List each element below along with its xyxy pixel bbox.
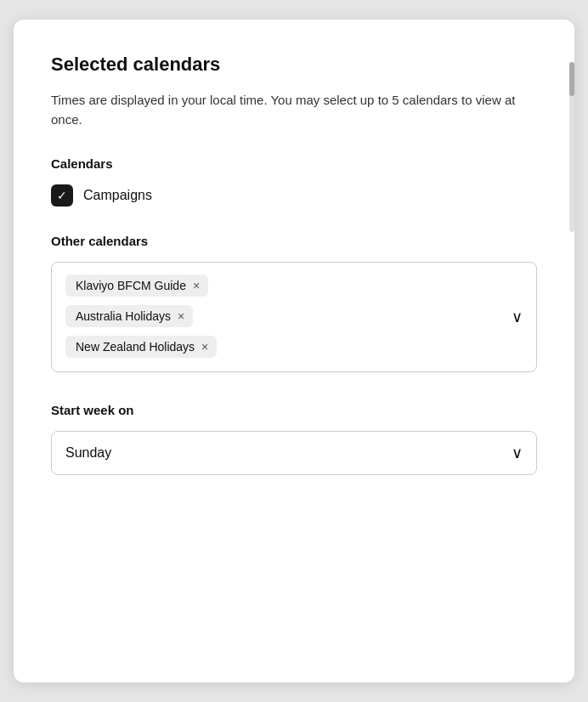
other-calendars-section: Other calendars Klaviyo BFCM Guide × Aus… — [51, 234, 537, 372]
tags-container: Klaviyo BFCM Guide × Australia Holidays … — [65, 275, 523, 358]
campaigns-calendar-item: ✓ Campaigns — [51, 184, 537, 207]
tag-label: New Zealand Holidays — [76, 340, 195, 354]
tag-label: Klaviyo BFCM Guide — [76, 279, 186, 292]
tag-klaviyo-bfcm: Klaviyo BFCM Guide × — [65, 275, 208, 297]
tag-remove-new-zealand-holidays[interactable]: × — [201, 341, 208, 353]
start-week-select[interactable]: Sunday ∨ — [51, 431, 537, 475]
campaigns-checkbox[interactable]: ✓ — [51, 184, 73, 207]
other-calendars-label: Other calendars — [51, 234, 537, 248]
tag-new-zealand-holidays: New Zealand Holidays × — [65, 336, 217, 358]
tag-remove-klaviyo-bfcm[interactable]: × — [193, 280, 200, 292]
scrollbar-thumb[interactable] — [569, 62, 574, 96]
other-calendars-multiselect[interactable]: Klaviyo BFCM Guide × Australia Holidays … — [51, 262, 537, 372]
start-week-section: Start week on Sunday ∨ — [51, 403, 537, 475]
calendars-section: Calendars ✓ Campaigns — [51, 156, 537, 207]
multiselect-dropdown-arrow[interactable]: ∨ — [512, 308, 523, 326]
start-week-label: Start week on — [51, 403, 537, 417]
tag-remove-australia-holidays[interactable]: × — [178, 310, 184, 322]
modal-title: Selected calendars — [51, 54, 537, 76]
campaigns-label: Campaigns — [83, 188, 152, 203]
checkmark-icon: ✓ — [57, 190, 67, 201]
chevron-down-icon: ∨ — [512, 444, 523, 462]
calendars-section-label: Calendars — [51, 156, 537, 171]
tag-label: Australia Holidays — [76, 309, 171, 323]
scrollbar-track[interactable] — [569, 62, 574, 232]
start-week-value: Sunday — [65, 445, 111, 461]
tag-australia-holidays: Australia Holidays × — [65, 305, 193, 327]
modal-card: Selected calendars Times are displayed i… — [14, 20, 574, 682]
modal-description: Times are displayed in your local time. … — [51, 91, 537, 129]
